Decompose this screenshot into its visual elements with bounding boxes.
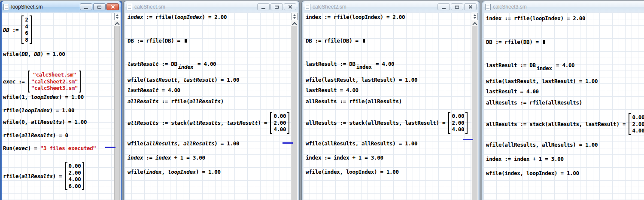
expr-index-assign[interactable]: index := rfile(loopIndex) = 2.00 [128, 14, 227, 20]
expr-wfile-index[interactable]: wfile(index, loopIndex) = 1.00 [486, 170, 579, 176]
vertical-scrollbar[interactable] [291, 12, 298, 200]
op-token: , [399, 120, 405, 126]
expr-index-increment[interactable]: index := index + 1 = 3.00 [486, 156, 564, 162]
close-button[interactable] [106, 3, 119, 10]
expr-allresults-stack[interactable]: allResults := stack(allResults, lastResu… [306, 111, 468, 134]
expr-wfile-lastresult[interactable]: wfile(lastResult, lastResult) = 1.00 [486, 78, 598, 84]
matrix-row: 6 [25, 30, 28, 37]
titlebar-calcsheet3[interactable]: calcSheet3.sm [483, 1, 644, 12]
expr-wfile-allresults[interactable]: wfile(allResults, allResults) = 1.00 [486, 142, 598, 148]
expr-run-exec[interactable]: Run(exec) = "3 files executed" [3, 145, 96, 151]
var-token: index [306, 154, 321, 161]
close-button[interactable] [464, 3, 477, 10]
var-token: lastResult [405, 120, 436, 126]
result-token: = 4.00 [553, 62, 575, 68]
expr-wfile-allresults[interactable]: wfile(allResults, allResults) = 1.00 [306, 140, 417, 147]
expr-wfile-db[interactable]: wfile(DB, DB) = 1.00 [3, 51, 65, 57]
fn-token: := rfile( [158, 98, 189, 105]
expr-lastresult-assign[interactable]: lastResult := DBindex = 4.00 [486, 62, 574, 68]
matrix-row: 2 [25, 16, 28, 23]
expr-rfile-allresults[interactable]: rfile(allResults) = 0 [3, 132, 68, 138]
vertical-scrollbar[interactable] [114, 12, 121, 200]
titlebar-calcsheet2[interactable]: calcSheet2.sm [303, 1, 478, 12]
subscript-token: index [356, 64, 372, 70]
op-token: , [162, 169, 168, 175]
maximize-button[interactable] [451, 3, 463, 10]
expr-allresults-stack[interactable]: allResults := stack(allResults, lastResu… [486, 113, 644, 135]
expr-lastresult-eval[interactable]: lastResult = 4.00 [128, 87, 180, 93]
expr-lastresult-assign[interactable]: lastResult := DBindex = 4.00 [306, 61, 394, 67]
result-token: ) = 1.00 [49, 107, 74, 114]
var-token: allResults [190, 120, 221, 126]
op-token: ) [399, 98, 402, 105]
var-token: allResults [146, 140, 177, 147]
var-token: lastResult [128, 61, 158, 67]
var-token: loopIndex [174, 14, 202, 20]
expr-db-assign[interactable]: DB := rfile(DB) = [486, 39, 545, 45]
expr-db-assign[interactable]: DB := rfile(DB) = [306, 37, 365, 44]
expr-index-assign[interactable]: index := rfile(loopIndex) = 2.00 [486, 15, 585, 22]
expr-wfile-index[interactable]: wfile(index, loopIndex) = 1.00 [306, 169, 399, 175]
split-view-button[interactable] [292, 13, 298, 20]
titlebar-calcsheet[interactable]: calcSheet.sm [125, 1, 298, 12]
vertical-scrollbar[interactable] [471, 12, 478, 200]
scrollbar-track[interactable] [472, 26, 477, 200]
result-token: ) = 0 [53, 132, 68, 138]
expr-wfile-allresults[interactable]: wfile(allResults, allResults) = 1.00 [128, 140, 239, 147]
expr-rfile-allresults-matrix[interactable]: rfile(allResults) = 0.002.004.006.00 [3, 161, 84, 191]
expr-lastresult-assign[interactable]: lastResult := DBindex = 4.00 [128, 61, 216, 67]
worksheet-canvas-calcsheet3[interactable]: index := rfile(loopIndex) = 2.00 DB := r… [483, 12, 644, 200]
var-token: loopIndex [21, 107, 49, 114]
op-token: , [579, 121, 585, 127]
var-token: lastResult [306, 87, 337, 93]
expr-allresults-rfile[interactable]: allResults := rfile(allResults) [306, 98, 402, 105]
expr-index-increment[interactable]: index := index + 1 = 3.00 [306, 154, 383, 161]
expr-allresults-rfile[interactable]: allResults := rfile(allResults) [486, 99, 582, 106]
op-token: := DB [158, 61, 177, 67]
maximize-button[interactable] [93, 3, 106, 10]
op-token: := [15, 78, 28, 85]
titlebar-loopsheet[interactable]: loopSheet.sm [2, 1, 121, 12]
expr-lastresult-eval[interactable]: lastResult = 4.00 [486, 88, 539, 95]
expr-wfile-one[interactable]: wfile(1, loopIndex) = 1.00 [3, 94, 84, 100]
close-button[interactable] [284, 3, 296, 10]
split-view-button[interactable] [472, 13, 478, 20]
minimize-button[interactable] [80, 3, 92, 10]
worksheet-canvas-calcsheet2[interactable]: index := rfile(loopIndex) = 2.00 DB := r… [303, 12, 478, 200]
expr-allresults-stack[interactable]: allResults := stack(allResults, lastResu… [128, 111, 289, 134]
minimize-button[interactable] [257, 3, 270, 10]
matrix-value: 0.002.004.00 [448, 111, 468, 134]
var-token: allResults [128, 98, 158, 105]
expr-wfile-index[interactable]: wfile(index, loopIndex) = 1.00 [128, 169, 221, 175]
expr-allresults-rfile[interactable]: allResults := rfile(allResults) [128, 98, 224, 105]
expr-wfile-lastresult[interactable]: wfile(lastResult, lastResult) = 1.00 [128, 77, 239, 83]
collapsed-result-square [185, 39, 187, 43]
window-title: calcSheet3.sm [493, 4, 527, 10]
expr-index-assign[interactable]: index := rfile(loopIndex) = 2.00 [306, 14, 405, 20]
expr-rfile-loopindex[interactable]: rfile(loopIndex) = 1.00 [3, 107, 74, 114]
fn-token: wfile( [128, 169, 146, 175]
minimize-button[interactable] [437, 3, 450, 10]
worksheet-canvas-loopsheet[interactable]: DB := 2468 wfile(DB, DB) = 1.00 exec := … [2, 12, 121, 200]
expr-wfile-zero[interactable]: wfile(0, allResults) = 1.00 [3, 119, 87, 125]
op-token: ) = [617, 121, 629, 127]
result-token: ) = 1.00 [392, 77, 417, 83]
maximize-icon [97, 6, 101, 9]
op-token: , [355, 140, 361, 147]
expr-exec-assign[interactable]: exec := "calcSheet.sm""calcSheet2.sm""ca… [3, 70, 81, 93]
fn-token: wfile( [306, 169, 324, 175]
scrollbar-track[interactable] [114, 26, 120, 200]
scrollbar-track[interactable] [292, 26, 297, 200]
expr-lastresult-eval[interactable]: lastResult = 4.00 [306, 87, 358, 93]
result-token: ) = 1.00 [573, 142, 598, 148]
result-token: ) = 1.00 [573, 78, 598, 84]
expr-db-assign[interactable]: DB := rfile(DB) = [128, 37, 187, 44]
maximize-button[interactable] [270, 3, 283, 10]
expr-wfile-lastresult[interactable]: wfile(lastResult, lastResult) = 1.00 [306, 77, 417, 83]
split-view-button[interactable] [114, 13, 120, 20]
expr-db-matrix-assign[interactable]: DB := 2468 [3, 15, 32, 44]
fn-token: wfile( [3, 51, 21, 57]
op-token: , [177, 77, 183, 83]
expr-index-increment[interactable]: index := index + 1 = 3.00 [128, 154, 205, 161]
worksheet-canvas-calcsheet[interactable]: index := rfile(loopIndex) = 2.00 DB := r… [125, 12, 298, 200]
